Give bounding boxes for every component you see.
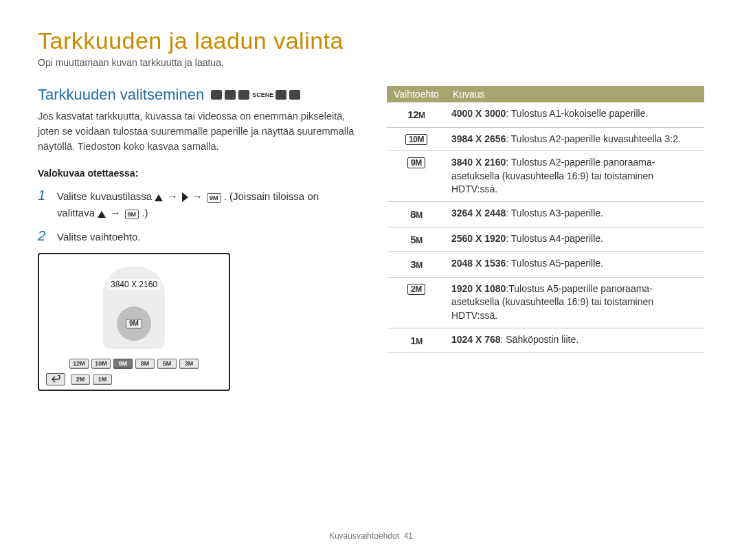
badge-value: 9M: [126, 319, 142, 328]
table-row: 3M2048 X 1536: Tulostus A5-paperille.: [387, 252, 704, 278]
camera-icon: [211, 90, 222, 100]
step-2-text: Valitse vaihtoehto.: [57, 229, 140, 245]
option-symbol-cell: 3M: [387, 252, 446, 278]
resolution-value: 3264 X 2448: [451, 208, 506, 219]
resolution-option-chip[interactable]: 10M: [91, 359, 111, 369]
table-row: 1M1024 X 768: Sähköpostin liite.: [387, 328, 704, 353]
resolution-symbol-icon: 3M: [410, 258, 422, 270]
resolution-symbol-icon: 9M: [407, 157, 425, 168]
up-triangle-icon: [98, 211, 106, 218]
option-desc-cell: 3840 X 2160: Tulostus A2-paperille panor…: [446, 151, 704, 202]
option-desc-cell: 2048 X 1536: Tulostus A5-paperille.: [446, 252, 704, 278]
page-intro: Opi muuttamaan kuvan tarkkuutta ja laatu…: [38, 57, 704, 68]
arrow-icon: →: [166, 190, 179, 202]
preview-resolution-label: 3840 X 2160: [108, 279, 160, 290]
step-1-text: Valitse kuvaustilassa → → 9M . (Joissain…: [57, 188, 355, 221]
option-desc-cell: 2560 X 1920: Tulostus A4-paperille.: [446, 227, 704, 252]
section-description: Jos kasvatat tarkkuutta, kuvassa tai vid…: [38, 109, 355, 154]
right-column: Vaihtoehto Kuvaus 12M4000 X 3000: Tulost…: [387, 86, 704, 391]
preview-row-2: 2M1M: [71, 374, 112, 385]
footer-page-number: 41: [404, 531, 413, 541]
back-arrow-icon: [51, 375, 60, 383]
resolution-value: 4000 X 3000: [451, 108, 506, 119]
resolution-chip-icon: 9M: [207, 193, 221, 203]
option-symbol-cell: 9M: [387, 151, 446, 202]
up-triangle-icon: [155, 194, 163, 201]
step-number: 2: [38, 229, 50, 245]
option-desc-cell: 3264 X 2448: Tulostus A3-paperille.: [446, 201, 704, 227]
step-1-c: .): [142, 207, 148, 219]
resolution-symbol-icon: 10M: [405, 134, 427, 145]
resolution-value: 3840 X 2160: [451, 157, 506, 168]
option-desc-cell: 3984 X 2656: Tulostus A2-paperille kuvas…: [446, 127, 704, 151]
preview-center-badge: 9M: [117, 306, 151, 341]
page-footer: Kuvausvaihtoehdot 41: [0, 531, 742, 541]
table-row: 12M4000 X 3000: Tulostus A1-kokoiselle p…: [387, 102, 704, 127]
resolution-option-chip[interactable]: 9M: [113, 359, 133, 369]
resolution-desc: : Tulostus A3-paperille.: [506, 208, 603, 219]
resolution-option-chip[interactable]: 2M: [71, 374, 90, 385]
resolution-value: 1024 X 768: [451, 334, 501, 345]
arrow-icon: →: [191, 190, 204, 202]
option-desc-cell: 1920 X 1080:Tulostus A5-paperille panora…: [446, 277, 704, 328]
preview-row-1: 12M10M9M8M5M3M: [46, 359, 222, 369]
resolution-option-chip[interactable]: 3M: [179, 359, 199, 369]
subhead: Valokuvaa otettaessa:: [38, 168, 355, 179]
options-table: Vaihtoehto Kuvaus 12M4000 X 3000: Tulost…: [387, 86, 704, 353]
preview-screen: 3840 X 2160 9M 12M10M9M8M5M3M 2M1M: [38, 253, 230, 391]
back-button[interactable]: [46, 373, 65, 385]
resolution-option-chip[interactable]: 5M: [157, 359, 177, 369]
resolution-symbol-icon: 12M: [407, 109, 425, 120]
resolution-option-chip[interactable]: 8M: [135, 359, 155, 369]
option-symbol-cell: 10M: [387, 127, 446, 151]
option-symbol-cell: 2M: [387, 277, 446, 328]
resolution-desc: : Sähköpostin liite.: [501, 334, 579, 345]
right-triangle-icon: [182, 192, 188, 202]
hand-icon: [276, 90, 286, 100]
mode-icon-row: SCENE: [211, 90, 300, 100]
resolution-chip-icon: 9M: [125, 210, 139, 219]
resolution-value: 2560 X 1920: [451, 233, 506, 244]
step-number: 1: [38, 188, 50, 221]
scene-icon: SCENE: [252, 90, 273, 100]
resolution-symbol-icon: 2M: [407, 284, 425, 295]
resolution-symbol-icon: 5M: [410, 234, 422, 245]
footer-section: Kuvausvaihtoehdot: [329, 531, 399, 541]
table-head-desc: Kuvaus: [446, 86, 704, 102]
resolution-symbol-icon: 1M: [410, 335, 422, 346]
resolution-desc: : Tulostus A1-kokoiselle paperille.: [506, 108, 648, 119]
table-row: 10M3984 X 2656: Tulostus A2-paperille ku…: [387, 127, 704, 151]
step-1-a: Valitse kuvaustilassa: [57, 190, 155, 202]
table-row: 2M1920 X 1080:Tulostus A5-paperille pano…: [387, 277, 704, 328]
camera-icon: [225, 90, 236, 100]
resolution-option-chip[interactable]: 1M: [93, 374, 112, 385]
resolution-value: 1920 X 1080: [451, 283, 506, 294]
step-2: 2 Valitse vaihtoehto.: [38, 229, 355, 245]
table-head-option: Vaihtoehto: [387, 86, 446, 102]
option-symbol-cell: 12M: [387, 102, 446, 127]
video-icon: [289, 90, 300, 100]
section-heading: Tarkkuuden valitseminen: [38, 86, 204, 104]
section-heading-row: Tarkkuuden valitseminen SCENE: [38, 86, 355, 104]
option-desc-cell: 4000 X 3000: Tulostus A1-kokoiselle pape…: [446, 102, 704, 127]
step-1: 1 Valitse kuvaustilassa → → 9M . (Joissa…: [38, 188, 355, 221]
resolution-desc: : Tulostus A4-paperille.: [506, 233, 603, 244]
option-symbol-cell: 1M: [387, 328, 446, 353]
resolution-value: 2048 X 1536: [451, 258, 506, 269]
camera-icon: [238, 90, 249, 100]
resolution-value: 3984 X 2656: [451, 133, 506, 144]
table-row: 9M3840 X 2160: Tulostus A2-paperille pan…: [387, 151, 704, 202]
resolution-desc: : Tulostus A5-paperille.: [506, 258, 603, 269]
page-title: Tarkkuuden ja laadun valinta: [38, 27, 704, 54]
table-row: 8M3264 X 2448: Tulostus A3-paperille.: [387, 201, 704, 227]
option-desc-cell: 1024 X 768: Sähköpostin liite.: [446, 328, 704, 353]
resolution-desc: : Tulostus A2-paperille kuvasuhteella 3:…: [506, 133, 681, 144]
table-row: 5M2560 X 1920: Tulostus A4-paperille.: [387, 227, 704, 252]
left-column: Tarkkuuden valitseminen SCENE Jos kasvat…: [38, 86, 355, 391]
resolution-symbol-icon: 8M: [410, 208, 422, 220]
option-symbol-cell: 8M: [387, 201, 446, 227]
option-symbol-cell: 5M: [387, 227, 446, 252]
arrow-icon: →: [109, 207, 122, 219]
resolution-option-chip[interactable]: 12M: [69, 359, 89, 369]
preview-stage: 3840 X 2160 9M: [46, 260, 222, 356]
